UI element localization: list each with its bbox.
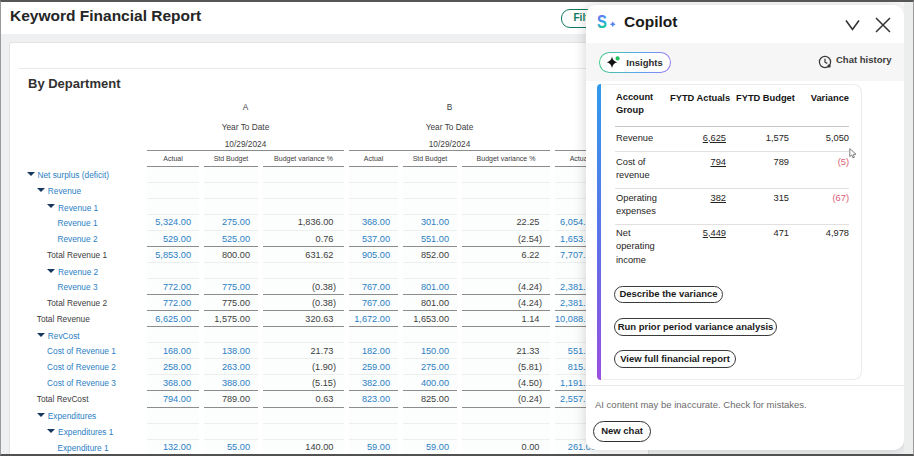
svg-text:S: S (597, 13, 607, 32)
